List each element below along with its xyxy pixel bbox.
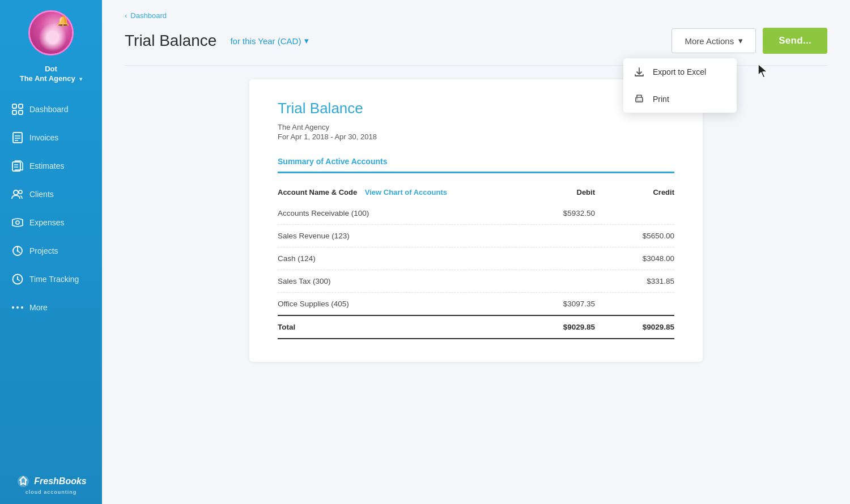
period-selector[interactable]: for this Year (CAD) ▾ [226, 33, 313, 48]
cell-debit [516, 270, 595, 293]
sidebar-item-label: Projects [29, 246, 58, 255]
col-header-account: Account Name & Code View Chart of Accoun… [278, 182, 516, 202]
table-row: Sales Revenue (123)$5650.00 [278, 225, 674, 247]
table-total-row: Total$9029.85$9029.85 [278, 315, 674, 339]
table-row: Office Supplies (405)$3097.35 [278, 293, 674, 316]
cell-credit [595, 293, 674, 316]
view-chart-link[interactable]: View Chart of Accounts [365, 188, 447, 197]
report-section-header: Summary of Active Accounts [278, 157, 674, 172]
report-section-divider [278, 172, 674, 173]
cell-account: Accounts Receivable (100) [278, 202, 516, 225]
cell-account: Office Supplies (405) [278, 293, 516, 316]
report-table: Account Name & Code View Chart of Accoun… [278, 182, 674, 339]
sidebar-item-label: Invoices [29, 133, 58, 142]
svg-point-17 [17, 250, 19, 251]
period-chevron-icon: ▾ [304, 36, 309, 46]
cell-account: Sales Tax (300) [278, 270, 516, 293]
main-content: ‹ Dashboard Trial Balance for this Year … [102, 0, 850, 504]
clock-icon [11, 273, 24, 285]
projects-icon [11, 245, 24, 257]
sidebar-item-time-tracking[interactable]: Time Tracking [0, 265, 102, 293]
sidebar-item-more[interactable]: More [0, 293, 102, 322]
svg-rect-1 [19, 104, 23, 108]
col-header-credit: Credit [595, 182, 674, 202]
clients-icon [11, 188, 24, 200]
expenses-icon [11, 216, 24, 229]
report-company: The Ant Agency [278, 123, 674, 131]
freshbooks-sub: cloud accounting [26, 489, 77, 495]
svg-point-13 [16, 221, 19, 224]
more-actions-label: More Actions [685, 36, 734, 46]
dashboard-icon [11, 103, 24, 116]
cell-total-credit: $9029.85 [595, 315, 674, 339]
table-row: Sales Tax (300)$331.85 [278, 270, 674, 293]
sidebar-item-estimates[interactable]: Estimates [0, 152, 102, 180]
breadcrumb-arrow: ‹ [125, 11, 127, 20]
table-row: Cash (124)$3048.00 [278, 247, 674, 270]
cell-account: Cash (124) [278, 247, 516, 270]
sidebar-item-label: Estimates [29, 161, 64, 170]
cell-debit [516, 247, 595, 270]
invoice-icon [11, 131, 24, 144]
cell-total-debit: $9029.85 [516, 315, 595, 339]
svg-rect-2 [12, 110, 16, 114]
period-label: for this Year (CAD) [230, 36, 301, 46]
breadcrumb[interactable]: ‹ Dashboard [125, 11, 827, 20]
dropdown-item-print[interactable]: Print [623, 86, 737, 113]
col-header-debit: Debit [516, 182, 595, 202]
cell-credit: $5650.00 [595, 225, 674, 247]
cell-credit: $3048.00 [595, 247, 674, 270]
dropdown-item-export-excel[interactable]: Export to Excel [623, 58, 737, 86]
estimates-icon [11, 160, 24, 172]
report-card: Trial Balance The Ant Agency For Apr 1, … [249, 79, 703, 362]
page-title: Trial Balance [125, 32, 216, 50]
sidebar-item-label: More [29, 303, 48, 312]
sidebar-item-label: Dashboard [29, 105, 69, 114]
cell-account: Sales Revenue (123) [278, 225, 516, 247]
sidebar: 🔔 Dot The Ant Agency ▾ Dashboard [0, 0, 102, 504]
sidebar-item-label: Expenses [29, 218, 64, 227]
svg-rect-4 [13, 133, 22, 143]
svg-point-22 [12, 306, 14, 309]
cell-debit [516, 225, 595, 247]
cell-total-label: Total [278, 315, 516, 339]
sidebar-item-invoices[interactable]: Invoices [0, 123, 102, 152]
svg-point-11 [14, 190, 18, 195]
bell-icon[interactable]: 🔔 [57, 15, 69, 27]
report-card-title: Trial Balance [278, 100, 674, 117]
svg-rect-0 [12, 104, 16, 108]
profile-chevron-icon: ▾ [79, 75, 82, 83]
page-header: Trial Balance for this Year (CAD) ▾ More… [125, 28, 827, 66]
dropdown-menu: Export to Excel Print [623, 58, 737, 113]
content-area: Trial Balance The Ant Agency For Apr 1, … [102, 66, 850, 385]
svg-rect-3 [19, 110, 23, 114]
print-icon [634, 93, 645, 105]
sidebar-item-label: Clients [29, 190, 54, 199]
sidebar-item-projects[interactable]: Projects [0, 237, 102, 265]
more-icon [11, 301, 24, 314]
cell-credit: $331.85 [595, 270, 674, 293]
more-actions-chevron-icon: ▾ [738, 36, 743, 46]
profile-section[interactable]: 🔔 Dot The Ant Agency ▾ [0, 0, 102, 92]
svg-point-12 [19, 190, 22, 194]
send-button[interactable]: Send... [763, 28, 827, 54]
svg-point-23 [16, 306, 19, 309]
sidebar-item-expenses[interactable]: Expenses [0, 208, 102, 237]
sidebar-item-label: Time Tracking [29, 275, 79, 284]
svg-point-21 [17, 279, 18, 280]
svg-point-24 [21, 306, 23, 309]
report-period: For Apr 1, 2018 - Apr 30, 2018 [278, 133, 674, 141]
svg-point-27 [637, 99, 638, 100]
cell-credit [595, 202, 674, 225]
freshbooks-text: FreshBooks [34, 476, 86, 486]
page-header-right: More Actions ▾ Send... [672, 28, 827, 54]
profile-name: Dot The Ant Agency ▾ [20, 65, 83, 84]
table-row: Accounts Receivable (100)$5932.50 [278, 202, 674, 225]
svg-rect-26 [637, 100, 641, 102]
cell-debit: $3097.35 [516, 293, 595, 316]
more-actions-button[interactable]: More Actions ▾ [672, 28, 756, 53]
page-header-left: Trial Balance for this Year (CAD) ▾ [125, 32, 313, 50]
sidebar-nav: Dashboard Invoices [0, 92, 102, 464]
sidebar-item-dashboard[interactable]: Dashboard [0, 95, 102, 123]
sidebar-item-clients[interactable]: Clients [0, 180, 102, 208]
